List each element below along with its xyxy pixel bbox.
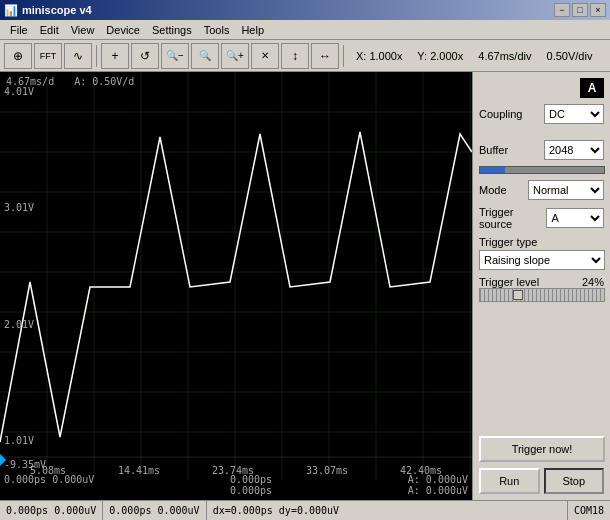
stop-button[interactable]: Stop xyxy=(544,468,605,494)
y-label-4: 4.01V xyxy=(4,86,34,97)
cursor-pos2: 0.000ps xyxy=(230,485,272,496)
trigger-type-select[interactable]: Raising slope Falling slope xyxy=(479,250,605,270)
trigger-source-label: Trigger source xyxy=(479,206,546,230)
status-pos2: 0.000ps 0.000uV xyxy=(109,505,199,516)
trigger-level-slider-container[interactable] xyxy=(479,288,605,302)
toolbar: ⊕ FFT ∿ + ↺ 🔍− 🔍 🔍+ ✕ ↕ ↔ X: 1.000x Y: 2… xyxy=(0,40,610,72)
tool-crosshair[interactable]: ⊕ xyxy=(4,43,32,69)
status-section-2: 0.000ps 0.000uV xyxy=(103,501,206,520)
trigger-now-button[interactable]: Trigger now! xyxy=(479,436,605,462)
menu-file[interactable]: File xyxy=(4,22,34,38)
cursor-left: 0.000ps 0.000uV xyxy=(4,474,94,496)
channel-label: A xyxy=(580,78,604,98)
app-icon: 📊 xyxy=(4,4,18,17)
volt-div-label: A: 0.50V/d xyxy=(74,76,134,87)
run-stop-row: Run Stop xyxy=(479,468,604,494)
mode-row: Mode Normal Auto Single xyxy=(479,180,604,200)
menu-view[interactable]: View xyxy=(65,22,101,38)
y-info: Y: 2.000x xyxy=(417,50,463,62)
trigger-type-section: Trigger type Raising slope Falling slope xyxy=(479,236,604,270)
toolbar-sep-1 xyxy=(96,45,97,67)
trigger-level-section: Trigger level 24% xyxy=(479,276,604,302)
buffer-label: Buffer xyxy=(479,144,508,156)
status-delta: dx=0.000ps dy=0.000uV xyxy=(213,505,339,516)
menu-help[interactable]: Help xyxy=(235,22,270,38)
right-panel: A Coupling DC AC GND Buffer 512 1024 204… xyxy=(472,72,610,500)
tool-add[interactable]: + xyxy=(101,43,129,69)
channel-section: A xyxy=(479,78,604,98)
minimize-button[interactable]: − xyxy=(554,3,570,17)
buffer-row: Buffer 512 1024 2048 4096 xyxy=(479,140,604,160)
close-button[interactable]: × xyxy=(590,3,606,17)
title-bar: 📊 miniscope v4 − □ × xyxy=(0,0,610,20)
cursor-values: A: 0.000uV A: 0.000uV xyxy=(408,474,468,496)
x-info: X: 1.000x xyxy=(356,50,402,62)
tool-cursor-h[interactable]: ↔ xyxy=(311,43,339,69)
scope-display[interactable]: 4.67ms/d A: 0.50V/d 4.01V 3.01V 2.01V 1.… xyxy=(0,72,472,500)
waveform-svg xyxy=(0,72,472,480)
menu-device[interactable]: Device xyxy=(100,22,146,38)
y-axis-labels: 4.01V 3.01V 2.01V 1.01V xyxy=(4,86,34,446)
tool-zoom-in[interactable]: 🔍+ xyxy=(221,43,249,69)
buffer-progress-fill xyxy=(480,167,505,173)
trigger-level-value: 24% xyxy=(582,276,604,288)
buffer-progress-bar xyxy=(479,166,605,174)
toolbar-sep-2 xyxy=(343,45,344,67)
buffer-select[interactable]: 512 1024 2048 4096 xyxy=(544,140,604,160)
trigger-type-label: Trigger type xyxy=(479,236,604,248)
menu-bar: File Edit View Device Settings Tools Hel… xyxy=(0,20,610,40)
coupling-label: Coupling xyxy=(479,108,522,120)
trigger-source-select[interactable]: A B xyxy=(546,208,604,228)
menu-settings[interactable]: Settings xyxy=(146,22,198,38)
tool-fft[interactable]: FFT xyxy=(34,43,62,69)
cursor-labels: 0.000ps 0.000uV 0.000ps 0.000ps A: 0.000… xyxy=(4,474,468,496)
status-pos1: 0.000ps 0.000uV xyxy=(6,505,96,516)
status-section-4: COM18 xyxy=(568,501,610,520)
trigger-level-track xyxy=(480,289,604,301)
tool-zoom-fit[interactable]: 🔍 xyxy=(191,43,219,69)
cursor-right: 0.000ps 0.000ps xyxy=(230,474,272,496)
status-section-1: 0.000ps 0.000uV xyxy=(0,501,103,520)
coupling-select[interactable]: DC AC GND xyxy=(544,104,604,124)
time-div: 4.67ms/div xyxy=(478,50,531,62)
maximize-button[interactable]: □ xyxy=(572,3,588,17)
tool-zoom-out[interactable]: 🔍− xyxy=(161,43,189,69)
run-button[interactable]: Run xyxy=(479,468,540,494)
y-label-3: 3.01V xyxy=(4,202,34,213)
y-label-1: 1.01V xyxy=(4,435,34,446)
menu-tools[interactable]: Tools xyxy=(198,22,236,38)
trigger-level-label: Trigger level xyxy=(479,276,539,288)
window-title: miniscope v4 xyxy=(22,4,92,16)
trigger-source-row: Trigger source A B xyxy=(479,206,604,230)
mode-label: Mode xyxy=(479,184,507,196)
tool-rotate[interactable]: ↺ xyxy=(131,43,159,69)
tool-cursor-x[interactable]: ✕ xyxy=(251,43,279,69)
volt-div: 0.50V/div xyxy=(547,50,593,62)
trigger-level-thumb[interactable] xyxy=(513,290,523,300)
status-bar: 0.000ps 0.000uV 0.000ps 0.000uV dx=0.000… xyxy=(0,500,610,520)
coupling-row: Coupling DC AC GND xyxy=(479,104,604,124)
main-area: 4.67ms/d A: 0.50V/d 4.01V 3.01V 2.01V 1.… xyxy=(0,72,610,500)
status-com: COM18 xyxy=(574,505,604,516)
tool-wave[interactable]: ∿ xyxy=(64,43,92,69)
spacer-2 xyxy=(479,308,604,430)
mode-select[interactable]: Normal Auto Single xyxy=(528,180,604,200)
spacer-1 xyxy=(479,130,604,134)
waveform-line xyxy=(0,132,472,442)
y-label-2: 2.01V xyxy=(4,319,34,330)
trigger-level-row: Trigger level 24% xyxy=(479,276,604,288)
menu-edit[interactable]: Edit xyxy=(34,22,65,38)
status-section-3: dx=0.000ps dy=0.000uV xyxy=(207,501,568,520)
tool-cursor-v[interactable]: ↕ xyxy=(281,43,309,69)
cursor-val2: A: 0.000uV xyxy=(408,485,468,496)
toolbar-info: X: 1.000x Y: 2.000x 4.67ms/div 0.50V/div xyxy=(356,50,604,62)
cursor-val1: A: 0.000uV xyxy=(408,474,468,485)
cursor-pos: 0.000ps xyxy=(230,474,272,485)
